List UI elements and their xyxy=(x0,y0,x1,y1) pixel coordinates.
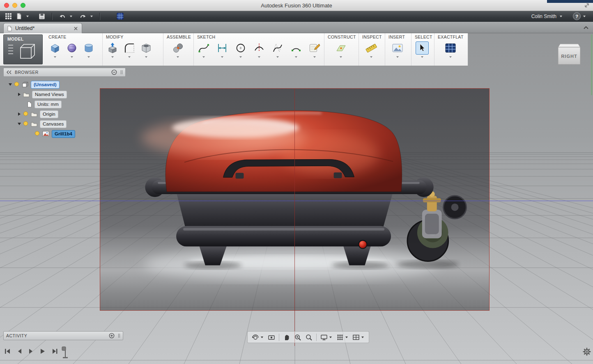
tool-spline[interactable] xyxy=(197,41,210,58)
tool-control-spline[interactable] xyxy=(271,41,284,58)
viewports-dropdown-caret[interactable] xyxy=(361,337,364,338)
browser-item-label[interactable]: Grill1b4 xyxy=(52,130,75,138)
view-cube[interactable]: RIGHT xyxy=(555,42,583,66)
tool-dropdown-caret[interactable] xyxy=(54,56,56,58)
tool-dropdown-caret[interactable] xyxy=(396,56,399,58)
step-forward-button[interactable] xyxy=(28,348,34,356)
tool-dropdown-caret[interactable] xyxy=(258,56,260,58)
title-bar[interactable]: Autodesk Fusion 360 Ultimate xyxy=(0,0,593,11)
browser-item-label[interactable]: (Unsaved) xyxy=(31,81,60,89)
file-dropdown-caret[interactable] xyxy=(26,16,29,17)
grid-dropdown-caret[interactable] xyxy=(345,337,348,338)
document-tab[interactable]: Untitled* xyxy=(3,23,82,33)
tree-row-canvases[interactable]: Canvases xyxy=(3,119,126,129)
tool-dropdown-caret[interactable] xyxy=(87,56,90,58)
browser-item-label[interactable]: Canvases xyxy=(40,120,67,128)
activity-header[interactable]: ACTIVITY xyxy=(3,331,123,340)
undo-icon[interactable] xyxy=(58,12,67,21)
tool-create-sketch[interactable] xyxy=(308,41,321,58)
exactflat-logo-icon[interactable] xyxy=(116,12,124,21)
tool-trim[interactable] xyxy=(253,41,266,58)
tool-sphere[interactable] xyxy=(65,41,78,58)
tool-joint[interactable] xyxy=(171,41,184,58)
orbit-icon[interactable] xyxy=(252,334,264,341)
bulb-icon[interactable] xyxy=(34,131,40,137)
tool-measure[interactable] xyxy=(365,41,378,58)
help-question-icon[interactable]: ? xyxy=(573,12,581,20)
tool-dropdown-caret[interactable] xyxy=(128,56,131,58)
expander-icon[interactable] xyxy=(18,93,21,96)
undo-dropdown-caret[interactable] xyxy=(70,16,72,17)
tool-dropdown-caret[interactable] xyxy=(340,56,342,58)
tool-dropdown-caret[interactable] xyxy=(313,56,316,58)
tool-attached-canvas[interactable] xyxy=(391,41,404,58)
tree-row-units[interactable]: Units: mm xyxy=(3,99,126,109)
tool-dropdown-caret[interactable] xyxy=(295,56,297,58)
tool-select[interactable] xyxy=(416,41,429,58)
go-to-end-button[interactable] xyxy=(51,348,58,356)
grid-snaps-icon[interactable] xyxy=(336,334,349,341)
tool-exactflat[interactable] xyxy=(444,41,457,58)
help-menu[interactable]: ? xyxy=(573,12,586,20)
expander-icon[interactable] xyxy=(9,83,12,86)
tool-dropdown-caret[interactable] xyxy=(421,56,423,58)
browser-header[interactable]: BROWSER xyxy=(3,68,126,77)
tool-dropdown-caret[interactable] xyxy=(71,56,73,58)
expander-icon[interactable] xyxy=(18,123,21,125)
tool-shell[interactable] xyxy=(140,41,153,58)
circle-plus-icon[interactable] xyxy=(109,333,115,339)
panel-grip[interactable] xyxy=(120,70,123,75)
zoom-icon[interactable] xyxy=(294,334,301,341)
orbit-dropdown-caret[interactable] xyxy=(261,337,263,338)
browser-item-label[interactable]: Origin xyxy=(40,110,58,118)
expander-icon[interactable] xyxy=(18,112,21,116)
browser-item-label[interactable]: Units: mm xyxy=(34,101,62,108)
tree-row-unsaved[interactable]: (Unsaved) xyxy=(3,80,126,89)
bulb-icon[interactable] xyxy=(23,121,28,127)
tool-arc[interactable] xyxy=(290,41,303,58)
display-dropdown-caret[interactable] xyxy=(329,337,332,338)
step-back-button[interactable] xyxy=(16,348,23,356)
display-settings-icon[interactable] xyxy=(320,334,333,341)
redo-dropdown-caret[interactable] xyxy=(90,16,93,17)
tool-dropdown-caret[interactable] xyxy=(276,56,279,58)
bulb-icon[interactable] xyxy=(14,82,19,88)
go-to-start-button[interactable] xyxy=(4,348,11,356)
user-menu[interactable]: Colin Smith xyxy=(531,14,563,19)
help-dropdown-caret[interactable] xyxy=(583,16,586,17)
tool-dropdown-caret[interactable] xyxy=(221,56,223,58)
file-icon[interactable] xyxy=(15,12,23,21)
tool-press-pull[interactable] xyxy=(106,41,119,58)
zoom-window-icon[interactable] xyxy=(305,334,313,341)
apps-grid-icon[interactable] xyxy=(4,12,12,21)
tool-box[interactable] xyxy=(48,41,62,58)
panel-grip[interactable] xyxy=(118,333,120,338)
collapse-ribbon-chevron[interactable] xyxy=(582,25,590,30)
tool-dropdown-caret[interactable] xyxy=(239,56,242,58)
tool-dropdown-caret[interactable] xyxy=(449,56,452,58)
tool-dropdown-caret[interactable] xyxy=(111,56,114,58)
tree-row-named-views[interactable]: Named Views xyxy=(3,89,126,99)
tool-dropdown-caret[interactable] xyxy=(145,56,147,58)
save-icon[interactable] xyxy=(38,12,46,21)
timeline-marker[interactable] xyxy=(61,345,70,362)
tool-fillet[interactable] xyxy=(123,41,136,58)
tool-plane[interactable] xyxy=(334,41,347,58)
bulb-icon[interactable] xyxy=(23,111,28,117)
tree-row-origin[interactable]: Origin xyxy=(3,109,126,119)
redo-icon[interactable] xyxy=(79,12,87,21)
tab-close-icon[interactable] xyxy=(73,25,78,31)
circle-minus-icon[interactable] xyxy=(111,69,117,75)
tool-dropdown-caret[interactable] xyxy=(177,56,179,58)
look-at-icon[interactable] xyxy=(268,334,275,341)
settings-gear-icon[interactable] xyxy=(582,347,591,358)
user-dropdown-caret[interactable] xyxy=(560,16,562,17)
tool-dropdown-caret[interactable] xyxy=(202,56,205,58)
browser-collapse-icon[interactable] xyxy=(6,70,11,74)
tool-circle[interactable] xyxy=(234,41,247,58)
pan-hand-icon[interactable] xyxy=(283,334,290,341)
browser-item-label[interactable]: Named Views xyxy=(32,91,67,98)
tree-row-grill-canvas[interactable]: Grill1b4 xyxy=(3,129,126,139)
tool-sketch-dimension[interactable] xyxy=(216,41,229,58)
tool-dropdown-caret[interactable] xyxy=(370,56,372,58)
